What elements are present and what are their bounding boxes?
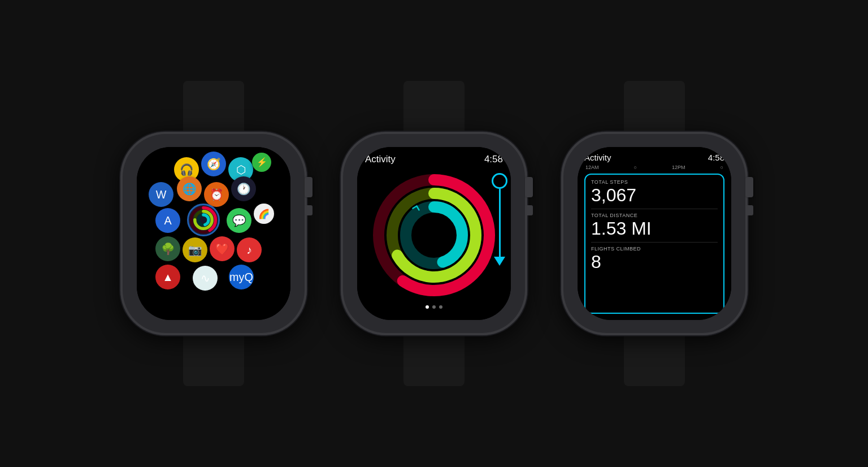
rings-container xyxy=(365,167,503,303)
stat-section-steps: TOTAL STEPS 3,067 xyxy=(591,179,718,205)
watch-btn-2 xyxy=(525,205,533,215)
scroll-indicator xyxy=(492,173,507,266)
watch-2-activity-rings: Activity 4:58 xyxy=(341,81,527,386)
watch-band-top-1 xyxy=(183,81,244,132)
activity-header: Activity 4:58 xyxy=(365,154,503,165)
stats-screen: Activity 4:58 12AM ○ 12PM ○ TOTAL STEPS … xyxy=(578,147,731,320)
app-icon-12: 🌳 xyxy=(155,236,180,261)
stat-section-distance: TOTAL DISTANCE 1.53 MI xyxy=(591,213,718,239)
stat-value-steps: 3,067 xyxy=(591,185,718,205)
timeline-bar: 12AM ○ 12PM ○ xyxy=(584,165,724,170)
app-icon-9 xyxy=(187,204,220,236)
stat-label-steps: TOTAL STEPS xyxy=(591,179,718,185)
stats-content: TOTAL STEPS 3,067 TOTAL DISTANCE 1.53 MI… xyxy=(584,174,724,314)
watch-band-bottom-1 xyxy=(183,335,244,386)
app-icon-11: 🌈 xyxy=(254,204,274,224)
watch-screen-1: 🎧🧭⬡⚡W🌐⏰🕐A 💬🌈🌳📷❤️♪▲∿myQ xyxy=(137,147,290,320)
app-icon-3: ⚡ xyxy=(252,153,271,172)
app-icon-8: A xyxy=(155,208,180,233)
stat-value-distance: 1.53 MI xyxy=(591,219,718,239)
app-icon-16: ▲ xyxy=(155,265,180,289)
stat-section-flights: FLIGHTS CLIMBED 8 xyxy=(591,246,718,272)
watch-case-3: Activity 4:58 12AM ○ 12PM ○ TOTAL STEPS … xyxy=(561,132,748,335)
activity-screen: Activity 4:58 xyxy=(357,147,511,320)
page-dots xyxy=(365,305,503,309)
stat-value-flights: 8 xyxy=(591,252,718,272)
scroll-circle xyxy=(492,173,507,189)
watch-case-1: 🎧🧭⬡⚡W🌐⏰🕐A 💬🌈🌳📷❤️♪▲∿myQ xyxy=(120,132,307,335)
watch-btn-3 xyxy=(745,205,753,215)
stat-label-flights: FLIGHTS CLIMBED xyxy=(591,246,718,252)
activity-title: Activity xyxy=(365,154,396,165)
app-icon-5: 🌐 xyxy=(177,176,202,201)
stat-label-distance: TOTAL DISTANCE xyxy=(591,213,718,218)
timeline-marker-right: ○ xyxy=(721,165,723,170)
app-icon-13: 📷 xyxy=(183,237,207,262)
app-grid: 🎧🧭⬡⚡W🌐⏰🕐A 💬🌈🌳📷❤️♪▲∿myQ xyxy=(137,147,290,320)
timeline-label-left: 12AM xyxy=(585,165,599,170)
watch-screen-2: Activity 4:58 xyxy=(357,147,511,320)
app-icon-1: 🧭 xyxy=(201,152,226,176)
activity-rings-svg xyxy=(372,173,496,297)
watch-crown-1 xyxy=(305,177,313,197)
watch-band-top-2 xyxy=(403,81,465,132)
stat-divider-2 xyxy=(591,242,718,243)
watch-band-bottom-2 xyxy=(403,335,465,386)
stats-screen-title: Activity xyxy=(584,153,611,162)
stats-screen-time: 4:58 xyxy=(708,153,724,162)
stats-header: Activity 4:58 xyxy=(584,153,724,162)
app-icon-17: ∿ xyxy=(193,266,218,291)
watch-band-bottom-3 xyxy=(624,335,685,386)
app-icon-4: W xyxy=(149,182,173,207)
dot-2 xyxy=(432,305,436,309)
dot-1 xyxy=(426,305,429,309)
app-icon-10: 💬 xyxy=(227,208,251,233)
watch-1-app-grid: 🎧🧭⬡⚡W🌐⏰🕐A 💬🌈🌳📷❤️♪▲∿myQ xyxy=(120,81,307,386)
app-icon-6: ⏰ xyxy=(204,182,229,207)
app-icon-7: 🕐 xyxy=(231,176,256,201)
app-icon-15: ♪ xyxy=(237,237,262,262)
timeline-marker-left: ○ xyxy=(634,165,637,170)
watch-band-top-3 xyxy=(624,81,685,132)
scroll-line xyxy=(499,189,501,257)
app-icon-14: ❤️ xyxy=(210,236,235,261)
watch-crown-2 xyxy=(525,177,533,197)
watch-case-2: Activity 4:58 xyxy=(341,132,527,335)
watch-3-activity-stats: Activity 4:58 12AM ○ 12PM ○ TOTAL STEPS … xyxy=(561,81,748,386)
dot-3 xyxy=(439,305,442,309)
scroll-arrow xyxy=(494,257,505,266)
watch-btn-1 xyxy=(305,205,313,215)
app-icon-18: myQ xyxy=(229,265,254,289)
watch-crown-3 xyxy=(745,177,753,197)
watch-screen-3: Activity 4:58 12AM ○ 12PM ○ TOTAL STEPS … xyxy=(578,147,731,320)
stat-divider-1 xyxy=(591,209,718,209)
activity-time: 4:58 xyxy=(484,154,503,165)
timeline-label-right: 12PM xyxy=(672,165,685,170)
